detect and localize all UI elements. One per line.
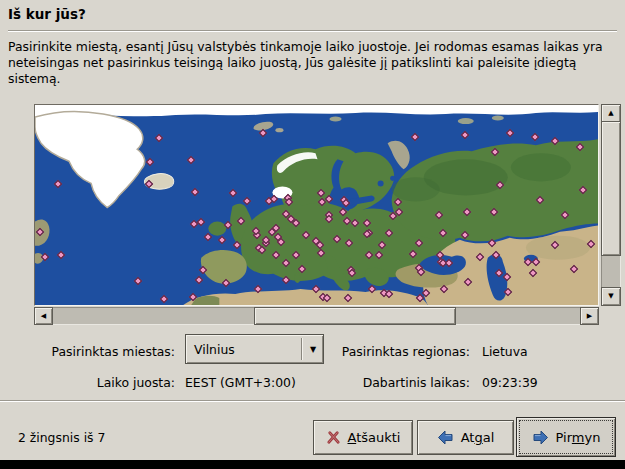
city-label: Pasirinktas miestas: bbox=[0, 344, 175, 359]
city-marker[interactable] bbox=[222, 279, 230, 287]
installer-window: Iš kur jūs? Pasirinkite miestą, esantį J… bbox=[0, 0, 625, 469]
city-marker[interactable] bbox=[375, 251, 383, 259]
city-marker[interactable] bbox=[445, 259, 453, 267]
vertical-scroll-thumb[interactable] bbox=[601, 121, 621, 256]
city-marker[interactable] bbox=[496, 181, 504, 189]
city-marker[interactable] bbox=[333, 235, 341, 243]
city-marker[interactable] bbox=[343, 217, 351, 225]
city-marker[interactable] bbox=[587, 240, 595, 248]
city-marker[interactable] bbox=[570, 265, 578, 273]
city-marker[interactable] bbox=[411, 133, 419, 141]
next-button[interactable]: Pirmyn bbox=[516, 417, 616, 457]
city-marker[interactable] bbox=[189, 293, 197, 301]
city-marker[interactable] bbox=[503, 273, 511, 281]
city-marker[interactable] bbox=[323, 294, 331, 302]
city-marker[interactable] bbox=[312, 285, 320, 293]
city-marker[interactable] bbox=[199, 266, 207, 274]
scroll-down-button[interactable]: ▼ bbox=[601, 287, 621, 306]
city-marker[interactable] bbox=[576, 143, 584, 151]
city-marker[interactable] bbox=[229, 189, 237, 197]
city-marker[interactable] bbox=[368, 285, 376, 293]
city-marker[interactable] bbox=[365, 251, 373, 259]
city-marker[interactable] bbox=[579, 186, 587, 194]
city-marker[interactable] bbox=[292, 219, 300, 227]
city-marker[interactable] bbox=[204, 233, 212, 241]
city-marker[interactable] bbox=[492, 251, 500, 259]
scroll-right-button[interactable]: ▶ bbox=[580, 307, 599, 325]
city-marker[interactable] bbox=[237, 217, 245, 225]
city-marker[interactable] bbox=[191, 188, 199, 196]
city-marker[interactable] bbox=[344, 294, 352, 302]
city-marker[interactable] bbox=[363, 219, 371, 227]
city-marker[interactable] bbox=[464, 278, 472, 286]
city-marker[interactable] bbox=[36, 228, 44, 236]
city-marker[interactable] bbox=[551, 241, 559, 249]
city-marker[interactable] bbox=[461, 231, 469, 239]
scroll-left-button[interactable]: ◀ bbox=[34, 307, 53, 325]
city-marker[interactable] bbox=[490, 208, 498, 216]
city-marker[interactable] bbox=[339, 208, 347, 216]
city-marker[interactable] bbox=[302, 231, 310, 239]
city-marker[interactable] bbox=[476, 253, 484, 261]
city-marker[interactable] bbox=[488, 239, 496, 247]
city-marker[interactable] bbox=[461, 131, 469, 139]
city-marker[interactable] bbox=[529, 269, 537, 277]
city-marker[interactable] bbox=[439, 229, 447, 237]
city-marker[interactable] bbox=[378, 241, 386, 249]
city-marker[interactable] bbox=[259, 129, 267, 137]
chevron-down-icon: ▼ bbox=[303, 345, 323, 354]
city-marker[interactable] bbox=[385, 229, 393, 237]
city-marker[interactable] bbox=[463, 208, 471, 216]
city-marker[interactable] bbox=[504, 288, 512, 296]
city-marker[interactable] bbox=[491, 148, 499, 156]
city-marker[interactable] bbox=[195, 276, 203, 284]
horizontal-scroll-thumb[interactable] bbox=[254, 307, 456, 325]
city-marker[interactable] bbox=[197, 218, 205, 226]
city-marker[interactable] bbox=[254, 285, 262, 293]
city-marker[interactable] bbox=[285, 198, 293, 206]
city-marker[interactable] bbox=[415, 239, 423, 247]
city-marker[interactable] bbox=[385, 290, 393, 298]
city-marker[interactable] bbox=[435, 211, 443, 219]
city-marker[interactable] bbox=[440, 285, 448, 293]
city-marker[interactable] bbox=[187, 156, 195, 164]
city-marker[interactable] bbox=[394, 198, 402, 206]
city-marker[interactable] bbox=[345, 239, 353, 247]
city-marker[interactable] bbox=[417, 268, 425, 276]
city-marker[interactable] bbox=[531, 133, 539, 141]
city-marker[interactable] bbox=[134, 277, 142, 285]
city-marker[interactable] bbox=[233, 241, 241, 249]
city-marker[interactable] bbox=[317, 189, 325, 197]
city-marker[interactable] bbox=[146, 158, 154, 166]
city-marker[interactable] bbox=[155, 134, 163, 142]
city-marker[interactable] bbox=[160, 295, 168, 303]
city-marker[interactable] bbox=[282, 259, 290, 267]
city-marker[interactable] bbox=[224, 221, 232, 229]
city-marker[interactable] bbox=[506, 129, 514, 137]
city-marker[interactable] bbox=[561, 211, 569, 219]
city-marker[interactable] bbox=[298, 265, 306, 273]
city-marker[interactable] bbox=[342, 199, 350, 207]
city-marker[interactable] bbox=[351, 219, 359, 227]
city-marker[interactable] bbox=[272, 251, 280, 259]
city-marker[interactable] bbox=[145, 180, 153, 188]
city-marker[interactable] bbox=[54, 180, 62, 188]
city-marker[interactable] bbox=[551, 137, 559, 145]
cancel-button[interactable]: Atšaukti bbox=[313, 420, 413, 455]
city-marker[interactable] bbox=[409, 250, 417, 258]
city-marker[interactable] bbox=[532, 258, 540, 266]
map-vertical-scrollbar[interactable]: ▲ ▼ bbox=[601, 104, 621, 306]
city-marker[interactable] bbox=[282, 276, 290, 284]
city-marker[interactable] bbox=[243, 197, 251, 205]
city-select[interactable]: Vilnius ▼ bbox=[185, 334, 324, 364]
city-marker[interactable] bbox=[57, 251, 65, 259]
map-horizontal-scrollbar[interactable]: ◀ ▶ bbox=[34, 307, 599, 325]
scroll-down-icon: ▼ bbox=[608, 293, 613, 300]
city-marker[interactable] bbox=[317, 249, 325, 257]
city-marker[interactable] bbox=[536, 196, 544, 204]
city-marker[interactable] bbox=[218, 236, 226, 244]
back-button[interactable]: Atgal bbox=[417, 420, 514, 455]
timezone-map[interactable] bbox=[34, 104, 599, 306]
city-marker[interactable] bbox=[292, 251, 300, 259]
city-marker[interactable] bbox=[41, 253, 49, 261]
